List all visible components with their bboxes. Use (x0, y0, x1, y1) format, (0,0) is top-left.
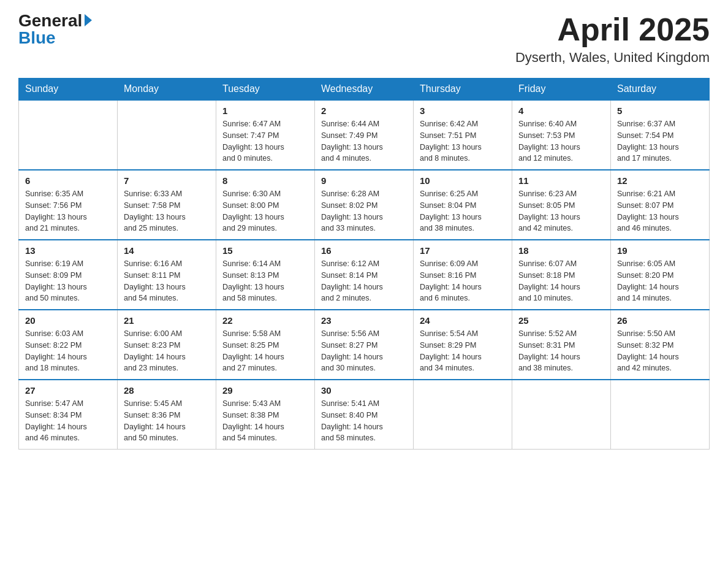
day-number: 8 (222, 175, 308, 186)
day-number: 2 (321, 105, 407, 116)
day-info: Sunrise: 6:47 AMSunset: 7:47 PMDaylight:… (222, 118, 308, 164)
day-info: Sunrise: 6:25 AMSunset: 8:04 PMDaylight:… (420, 188, 506, 234)
calendar-cell: 23Sunrise: 5:56 AMSunset: 8:27 PMDayligh… (315, 310, 414, 380)
calendar-cell: 11Sunrise: 6:23 AMSunset: 8:05 PMDayligh… (512, 170, 611, 240)
day-info: Sunrise: 6:30 AMSunset: 8:00 PMDaylight:… (222, 188, 308, 234)
calendar-week-row: 13Sunrise: 6:19 AMSunset: 8:09 PMDayligh… (19, 240, 710, 310)
day-number: 19 (617, 245, 703, 256)
location-subtitle: Dyserth, Wales, United Kingdom (515, 50, 710, 66)
calendar-cell: 28Sunrise: 5:45 AMSunset: 8:36 PMDayligh… (118, 380, 216, 450)
calendar-header-row: SundayMondayTuesdayWednesdayThursdayFrid… (19, 79, 710, 101)
calendar-cell: 5Sunrise: 6:37 AMSunset: 7:54 PMDaylight… (611, 100, 710, 170)
calendar-cell: 30Sunrise: 5:41 AMSunset: 8:40 PMDayligh… (315, 380, 414, 450)
month-year-title: April 2025 (515, 12, 710, 47)
day-info: Sunrise: 5:47 AMSunset: 8:34 PMDaylight:… (25, 398, 111, 444)
calendar-day-header: Sunday (19, 79, 118, 101)
calendar-cell: 22Sunrise: 5:58 AMSunset: 8:25 PMDayligh… (216, 310, 315, 380)
day-info: Sunrise: 6:35 AMSunset: 7:56 PMDaylight:… (25, 188, 111, 234)
day-number: 4 (518, 105, 604, 116)
day-number: 5 (617, 105, 703, 116)
day-info: Sunrise: 6:44 AMSunset: 7:49 PMDaylight:… (321, 118, 407, 164)
day-info: Sunrise: 5:41 AMSunset: 8:40 PMDaylight:… (321, 398, 407, 444)
calendar-cell: 8Sunrise: 6:30 AMSunset: 8:00 PMDaylight… (216, 170, 315, 240)
calendar-cell: 19Sunrise: 6:05 AMSunset: 8:20 PMDayligh… (611, 240, 710, 310)
calendar-cell: 4Sunrise: 6:40 AMSunset: 7:53 PMDaylight… (512, 100, 611, 170)
calendar-cell: 14Sunrise: 6:16 AMSunset: 8:11 PMDayligh… (118, 240, 216, 310)
calendar-cell: 6Sunrise: 6:35 AMSunset: 7:56 PMDaylight… (19, 170, 118, 240)
day-info: Sunrise: 5:56 AMSunset: 8:27 PMDaylight:… (321, 328, 407, 374)
day-number: 21 (124, 315, 210, 326)
day-info: Sunrise: 5:45 AMSunset: 8:36 PMDaylight:… (124, 398, 210, 444)
calendar-cell: 18Sunrise: 6:07 AMSunset: 8:18 PMDayligh… (512, 240, 611, 310)
logo-general-text: General (18, 12, 82, 29)
day-info: Sunrise: 6:12 AMSunset: 8:14 PMDaylight:… (321, 258, 407, 304)
day-number: 6 (25, 175, 111, 186)
calendar-cell: 10Sunrise: 6:25 AMSunset: 8:04 PMDayligh… (414, 170, 512, 240)
calendar-cell: 17Sunrise: 6:09 AMSunset: 8:16 PMDayligh… (414, 240, 512, 310)
day-info: Sunrise: 6:07 AMSunset: 8:18 PMDaylight:… (518, 258, 604, 304)
title-block: April 2025 Dyserth, Wales, United Kingdo… (515, 12, 710, 66)
calendar-day-header: Thursday (414, 79, 512, 101)
day-info: Sunrise: 5:54 AMSunset: 8:29 PMDaylight:… (420, 328, 506, 374)
calendar-day-header: Wednesday (315, 79, 414, 101)
day-number: 25 (518, 315, 604, 326)
calendar-cell: 20Sunrise: 6:03 AMSunset: 8:22 PMDayligh… (19, 310, 118, 380)
day-info: Sunrise: 6:40 AMSunset: 7:53 PMDaylight:… (518, 118, 604, 164)
day-info: Sunrise: 6:00 AMSunset: 8:23 PMDaylight:… (124, 328, 210, 374)
logo-blue-text: Blue (18, 29, 56, 47)
calendar-cell (611, 380, 710, 450)
day-info: Sunrise: 6:14 AMSunset: 8:13 PMDaylight:… (222, 258, 308, 304)
day-number: 10 (420, 175, 506, 186)
day-info: Sunrise: 6:42 AMSunset: 7:51 PMDaylight:… (420, 118, 506, 164)
day-number: 18 (518, 245, 604, 256)
day-info: Sunrise: 6:33 AMSunset: 7:58 PMDaylight:… (124, 188, 210, 234)
calendar-cell: 21Sunrise: 6:00 AMSunset: 8:23 PMDayligh… (118, 310, 216, 380)
day-number: 15 (222, 245, 308, 256)
day-number: 7 (124, 175, 210, 186)
day-info: Sunrise: 6:21 AMSunset: 8:07 PMDaylight:… (617, 188, 703, 234)
calendar-table: SundayMondayTuesdayWednesdayThursdayFrid… (18, 78, 710, 450)
calendar-week-row: 27Sunrise: 5:47 AMSunset: 8:34 PMDayligh… (19, 380, 710, 450)
day-number: 17 (420, 245, 506, 256)
day-number: 27 (25, 385, 111, 396)
day-info: Sunrise: 5:50 AMSunset: 8:32 PMDaylight:… (617, 328, 703, 374)
day-number: 14 (124, 245, 210, 256)
day-number: 9 (321, 175, 407, 186)
calendar-cell: 15Sunrise: 6:14 AMSunset: 8:13 PMDayligh… (216, 240, 315, 310)
day-number: 12 (617, 175, 703, 186)
day-number: 22 (222, 315, 308, 326)
calendar-cell: 12Sunrise: 6:21 AMSunset: 8:07 PMDayligh… (611, 170, 710, 240)
day-info: Sunrise: 6:03 AMSunset: 8:22 PMDaylight:… (25, 328, 111, 374)
day-info: Sunrise: 6:28 AMSunset: 8:02 PMDaylight:… (321, 188, 407, 234)
calendar-cell: 25Sunrise: 5:52 AMSunset: 8:31 PMDayligh… (512, 310, 611, 380)
day-info: Sunrise: 6:19 AMSunset: 8:09 PMDaylight:… (25, 258, 111, 304)
day-number: 26 (617, 315, 703, 326)
calendar-week-row: 1Sunrise: 6:47 AMSunset: 7:47 PMDaylight… (19, 100, 710, 170)
calendar-cell: 2Sunrise: 6:44 AMSunset: 7:49 PMDaylight… (315, 100, 414, 170)
day-info: Sunrise: 6:05 AMSunset: 8:20 PMDaylight:… (617, 258, 703, 304)
day-info: Sunrise: 6:23 AMSunset: 8:05 PMDaylight:… (518, 188, 604, 234)
calendar-week-row: 6Sunrise: 6:35 AMSunset: 7:56 PMDaylight… (19, 170, 710, 240)
calendar-cell: 1Sunrise: 6:47 AMSunset: 7:47 PMDaylight… (216, 100, 315, 170)
day-number: 28 (124, 385, 210, 396)
calendar-cell: 9Sunrise: 6:28 AMSunset: 8:02 PMDaylight… (315, 170, 414, 240)
day-number: 24 (420, 315, 506, 326)
day-number: 29 (222, 385, 308, 396)
calendar-day-header: Saturday (611, 79, 710, 101)
day-number: 3 (420, 105, 506, 116)
calendar-cell: 26Sunrise: 5:50 AMSunset: 8:32 PMDayligh… (611, 310, 710, 380)
day-info: Sunrise: 5:58 AMSunset: 8:25 PMDaylight:… (222, 328, 308, 374)
day-number: 23 (321, 315, 407, 326)
day-number: 13 (25, 245, 111, 256)
calendar-cell (512, 380, 611, 450)
day-number: 30 (321, 385, 407, 396)
day-info: Sunrise: 6:09 AMSunset: 8:16 PMDaylight:… (420, 258, 506, 304)
day-info: Sunrise: 6:37 AMSunset: 7:54 PMDaylight:… (617, 118, 703, 164)
calendar-day-header: Monday (118, 79, 216, 101)
day-number: 16 (321, 245, 407, 256)
logo: General Blue (18, 12, 92, 47)
calendar-cell: 29Sunrise: 5:43 AMSunset: 8:38 PMDayligh… (216, 380, 315, 450)
day-info: Sunrise: 6:16 AMSunset: 8:11 PMDaylight:… (124, 258, 210, 304)
calendar-cell (414, 380, 512, 450)
day-info: Sunrise: 5:52 AMSunset: 8:31 PMDaylight:… (518, 328, 604, 374)
